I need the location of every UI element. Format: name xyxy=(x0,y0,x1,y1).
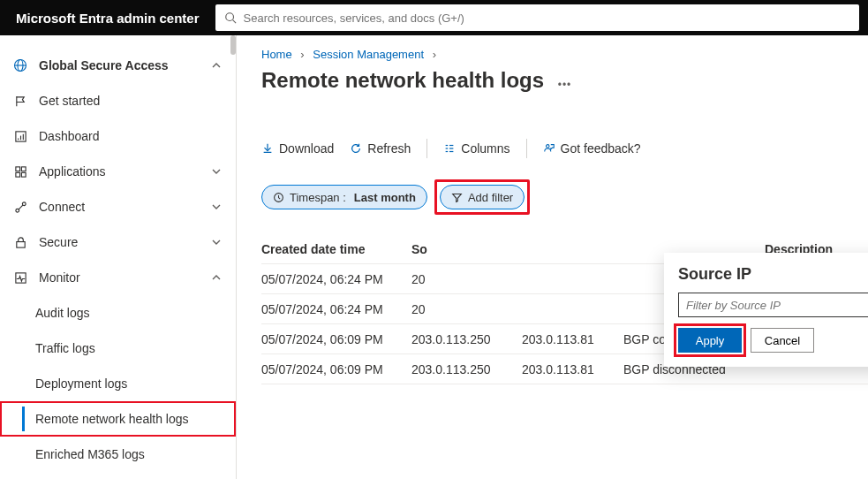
col-created[interactable]: Created date time xyxy=(261,242,411,256)
cell-source: 203.0.113.250 xyxy=(411,362,522,376)
feedback-label: Got feedback? xyxy=(561,141,641,156)
sidebar-item-dashboard[interactable]: Dashboard xyxy=(0,118,236,154)
sidebar-item-get-started[interactable]: Get started xyxy=(0,83,236,118)
columns-label: Columns xyxy=(461,141,509,156)
chevron-down-icon xyxy=(211,201,222,212)
sidebar-item-applications[interactable]: Applications xyxy=(0,154,236,189)
breadcrumb: Home › Session Management › xyxy=(261,48,868,61)
sidebar-item-label: Dashboard xyxy=(39,129,100,143)
svg-rect-17 xyxy=(16,241,24,247)
sidebar-item-traffic-logs[interactable]: Traffic logs xyxy=(0,331,236,366)
sidebar-section-global-secure-access[interactable]: Global Secure Access xyxy=(0,48,236,83)
sidebar-item-deployment-logs[interactable]: Deployment logs xyxy=(0,366,236,401)
svg-rect-12 xyxy=(15,172,19,177)
sidebar-item-connect[interactable]: Connect xyxy=(0,189,236,224)
flag-icon xyxy=(12,95,28,108)
add-filter-chip[interactable]: Add filter xyxy=(440,185,525,209)
page-title: Remote network health logs xyxy=(261,68,544,93)
clock-icon xyxy=(273,192,284,203)
sidebar-item-label: Connect xyxy=(39,200,85,214)
svg-point-27 xyxy=(546,145,549,148)
sidebar: Global Secure Access Get started Dashboa… xyxy=(0,35,237,479)
sidebar-item-audit-logs[interactable]: Audit logs xyxy=(0,295,236,331)
svg-line-1 xyxy=(232,20,236,24)
refresh-label: Refresh xyxy=(367,141,411,156)
sidebar-item-label: Secure xyxy=(39,235,78,249)
chevron-right-icon: › xyxy=(300,48,304,61)
dashboard-icon xyxy=(12,130,28,143)
cell-dest: 203.0.113.81 xyxy=(522,362,623,376)
sidebar-item-monitor[interactable]: Monitor xyxy=(0,260,236,295)
sidebar-item-label: Get started xyxy=(39,94,100,108)
cell-created: 05/07/2024, 06:09 PM xyxy=(261,362,411,376)
more-icon[interactable]: ••• xyxy=(558,79,572,91)
svg-point-0 xyxy=(225,13,233,21)
sidebar-section-label: Global Secure Access xyxy=(39,58,169,72)
sidebar-item-secure[interactable]: Secure xyxy=(0,224,236,260)
sidebar-item-enriched-m365-logs[interactable]: Enriched M365 logs xyxy=(0,437,236,472)
download-icon xyxy=(261,142,274,155)
divider xyxy=(526,139,527,158)
refresh-icon xyxy=(350,142,362,155)
svg-marker-29 xyxy=(453,194,462,201)
chevron-right-icon: › xyxy=(433,48,436,61)
sidebar-item-label: Deployment logs xyxy=(35,376,127,391)
timespan-value: Last month xyxy=(354,191,416,204)
chevron-up-icon xyxy=(211,60,222,71)
refresh-button[interactable]: Refresh xyxy=(350,141,411,156)
add-filter-label: Add filter xyxy=(468,191,513,204)
chevron-down-icon xyxy=(211,166,222,177)
svg-line-16 xyxy=(19,205,23,209)
grid-icon xyxy=(12,165,28,179)
columns-button[interactable]: Columns xyxy=(443,141,509,156)
connect-icon xyxy=(12,201,28,214)
chevron-up-icon xyxy=(211,272,222,283)
pulse-icon xyxy=(12,271,28,285)
feedback-button[interactable]: Got feedback? xyxy=(543,141,641,156)
filter-icon xyxy=(451,192,463,203)
add-filter-highlight: Add filter xyxy=(434,179,530,215)
apply-button[interactable]: Apply xyxy=(678,328,742,353)
popup-title: Source IP xyxy=(678,265,868,284)
chevron-down-icon xyxy=(211,237,222,247)
cancel-button[interactable]: Cancel xyxy=(751,328,814,353)
breadcrumb-session-management[interactable]: Session Management xyxy=(313,48,424,61)
divider xyxy=(426,139,427,158)
svg-point-15 xyxy=(22,201,26,205)
scrollbar-thumb[interactable] xyxy=(230,35,236,55)
brand-title: Microsoft Entra admin center xyxy=(0,11,215,26)
columns-icon xyxy=(443,142,456,155)
cell-dest: 203.0.113.81 xyxy=(522,332,623,346)
sidebar-item-label: Traffic logs xyxy=(35,341,95,355)
svg-rect-10 xyxy=(15,166,19,171)
svg-rect-11 xyxy=(21,166,26,171)
main-content: Home › Session Management › Remote netwo… xyxy=(237,35,868,479)
search-icon xyxy=(224,11,237,24)
svg-rect-13 xyxy=(21,172,26,177)
sidebar-item-label: Applications xyxy=(39,164,106,179)
global-search-input[interactable] xyxy=(215,4,859,31)
download-button[interactable]: Download xyxy=(261,141,334,156)
cell-source: 20 xyxy=(411,272,522,286)
cell-source: 203.0.113.250 xyxy=(411,332,522,346)
timespan-label: Timespan : xyxy=(290,191,346,204)
lock-icon xyxy=(12,236,28,249)
sidebar-item-remote-network-health-logs[interactable]: Remote network health logs xyxy=(0,401,236,437)
cell-source: 20 xyxy=(411,302,522,316)
command-bar: Download Refresh Columns Got feedback? xyxy=(261,139,868,158)
source-ip-input[interactable] xyxy=(678,293,868,317)
col-source[interactable]: So xyxy=(411,242,522,256)
svg-point-14 xyxy=(15,209,19,212)
feedback-icon xyxy=(543,142,555,155)
sidebar-item-label: Enriched M365 logs xyxy=(35,447,145,461)
sidebar-item-label: Monitor xyxy=(39,270,80,285)
timespan-chip[interactable]: Timespan : Last month xyxy=(261,185,427,209)
globe-icon xyxy=(12,58,28,72)
global-search-wrap xyxy=(215,4,868,31)
breadcrumb-home[interactable]: Home xyxy=(261,48,292,61)
cell-created: 05/07/2024, 06:24 PM xyxy=(261,272,411,286)
filter-popup: Source IP Apply Cancel xyxy=(664,253,868,367)
download-label: Download xyxy=(279,141,334,156)
top-bar: Microsoft Entra admin center xyxy=(0,0,868,35)
cell-created: 05/07/2024, 06:09 PM xyxy=(261,332,411,346)
